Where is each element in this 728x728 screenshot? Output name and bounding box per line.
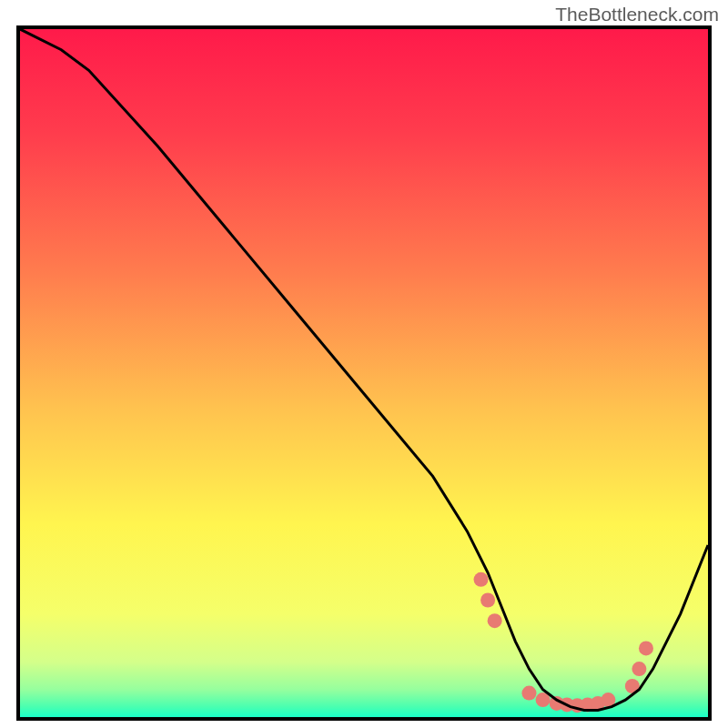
marker-dot [488, 613, 502, 628]
chart-plot-area [16, 25, 712, 721]
marker-dot [480, 592, 495, 607]
marker-dot [632, 662, 646, 676]
watermark-text: TheBottleneck.com [555, 4, 719, 25]
marker-dot [474, 572, 489, 587]
curve-layer [20, 29, 708, 717]
bottleneck-curve [20, 29, 708, 710]
highlight-markers [474, 572, 653, 713]
marker-dot [639, 641, 653, 655]
marker-dot [521, 686, 536, 701]
